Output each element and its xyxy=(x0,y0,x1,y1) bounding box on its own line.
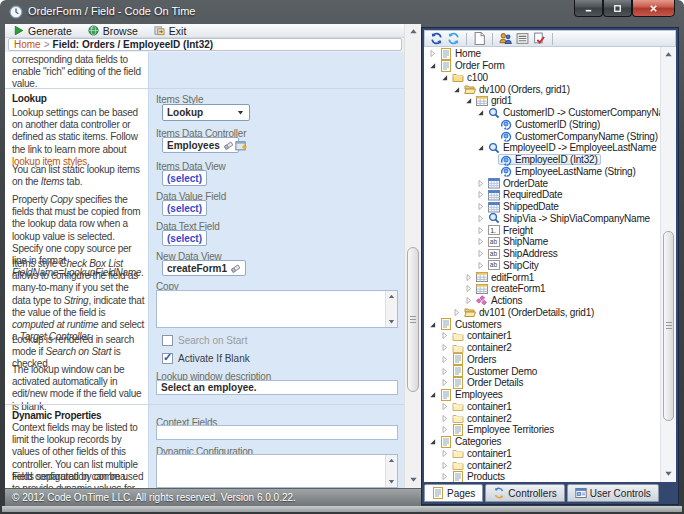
expand-arrow-icon[interactable] xyxy=(440,414,449,423)
log-icon[interactable] xyxy=(516,32,529,45)
data-value-field-select[interactable]: (select) xyxy=(162,200,207,216)
sync-icon[interactable] xyxy=(430,32,443,45)
scroll-down-icon[interactable] xyxy=(387,477,396,486)
dropdown-arrow-icon[interactable] xyxy=(236,108,245,117)
expand-arrow-icon[interactable] xyxy=(440,331,449,340)
tree-node-c100[interactable]: c100 xyxy=(424,72,660,84)
context-fields-input[interactable] xyxy=(156,425,398,440)
tree-node-actions[interactable]: Actions xyxy=(424,295,660,307)
scroll-up-icon[interactable] xyxy=(387,292,396,301)
tree-node-order-details[interactable]: Order Details xyxy=(424,377,660,389)
tab-controllers[interactable]: Controllers xyxy=(485,484,564,502)
tree-node-requireddate[interactable]: RequiredDate xyxy=(424,189,660,201)
browse-button[interactable]: Browse xyxy=(88,25,138,37)
expand-arrow-icon[interactable] xyxy=(476,237,485,246)
collapse-arrow-icon[interactable] xyxy=(476,108,485,117)
tree-node-shipcity[interactable]: abShipCity xyxy=(424,260,660,272)
collapse-arrow-icon[interactable] xyxy=(428,437,437,446)
tree-node-home[interactable]: Home xyxy=(424,48,660,60)
tree-node-customers[interactable]: Customers xyxy=(424,318,660,330)
breadcrumb-home-link[interactable]: Home xyxy=(14,39,41,50)
expand-arrow-icon[interactable] xyxy=(476,249,485,258)
expand-arrow-icon[interactable] xyxy=(440,461,449,470)
generate-button[interactable]: Generate xyxy=(13,25,72,37)
collapse-arrow-icon[interactable] xyxy=(476,143,485,152)
collapse-arrow-icon[interactable] xyxy=(428,320,437,329)
tree-node-categories[interactable]: Categories xyxy=(424,436,660,448)
collapse-arrow-icon[interactable] xyxy=(440,73,449,82)
tree-node-employeelastname-string[interactable]: EmployeeLastName (String) xyxy=(424,166,660,178)
tree-node-customerid-customercompanyname[interactable]: CustomerID -> CustomerCompanyName xyxy=(424,107,660,119)
tree-scrollbar[interactable] xyxy=(660,47,676,482)
tab-user-controls[interactable]: User Controls xyxy=(567,484,659,502)
expand-arrow-icon[interactable] xyxy=(476,190,485,199)
expand-arrow-icon[interactable] xyxy=(464,284,473,293)
expand-arrow-icon[interactable] xyxy=(464,273,473,282)
tree-node-container1[interactable]: container1 xyxy=(424,401,660,413)
tree-node-editform1[interactable]: editForm1 xyxy=(424,271,660,283)
tree-node-products[interactable]: Products xyxy=(424,471,660,482)
checkbox-icon[interactable] xyxy=(162,353,173,364)
exit-button[interactable]: Exit xyxy=(154,25,187,37)
expand-arrow-icon[interactable] xyxy=(476,202,485,211)
tab-pages[interactable]: Pages xyxy=(424,484,483,502)
tree-node-customercompanyname-string[interactable]: CustomerCompanyName (String) xyxy=(424,130,660,142)
textarea-scrollbar[interactable] xyxy=(385,291,397,327)
scroll-up-icon[interactable] xyxy=(663,49,674,60)
tree-node-shippeddate[interactable]: ShippedDate xyxy=(424,201,660,213)
tree-node-employee-territories[interactable]: Employee Territories xyxy=(424,424,660,436)
tree-node-orders[interactable]: Orders xyxy=(424,354,660,366)
tree-node-orderdate[interactable]: OrderDate xyxy=(424,177,660,189)
scrollbar-thumb[interactable] xyxy=(407,247,419,392)
checkbox-icon[interactable] xyxy=(162,335,173,346)
expand-arrow-icon[interactable] xyxy=(440,402,449,411)
scrollbar-thumb[interactable] xyxy=(663,231,674,421)
expand-arrow-icon[interactable] xyxy=(440,355,449,364)
copy-textarea[interactable] xyxy=(156,290,398,328)
tree-node-employees[interactable]: Employees xyxy=(424,389,660,401)
tree-node-container2[interactable]: container2 xyxy=(424,459,660,471)
title-bar[interactable]: OrderForm / Field - Code On Time xyxy=(0,0,684,24)
textarea-scrollbar[interactable] xyxy=(385,455,397,487)
membership-icon[interactable] xyxy=(499,32,512,45)
tree-node-shipname[interactable]: abShipName xyxy=(424,236,660,248)
expand-arrow-icon[interactable] xyxy=(440,343,449,352)
collapse-arrow-icon[interactable] xyxy=(452,85,461,94)
validate-icon[interactable] xyxy=(533,32,546,45)
expand-arrow-icon[interactable] xyxy=(476,261,485,270)
expand-arrow-icon[interactable] xyxy=(476,179,485,188)
tree-node-container2[interactable]: container2 xyxy=(424,412,660,424)
collapse-arrow-icon[interactable] xyxy=(464,96,473,105)
scroll-up-icon[interactable] xyxy=(408,26,419,37)
tree-node-dv100-orders-grid1[interactable]: dv100 (Orders, grid1) xyxy=(424,83,660,95)
tree-node-shipaddress[interactable]: abShipAddress xyxy=(424,248,660,260)
tree-node-container1[interactable]: container1 xyxy=(424,448,660,460)
collapse-arrow-icon[interactable] xyxy=(428,390,437,399)
tree-node-container1[interactable]: container1 xyxy=(424,330,660,342)
scroll-down-icon[interactable] xyxy=(663,468,674,479)
expand-arrow-icon[interactable] xyxy=(440,425,449,434)
tree-node-customer-demo[interactable]: Customer Demo xyxy=(424,365,660,377)
maximize-button[interactable] xyxy=(603,0,632,17)
expand-arrow-icon[interactable] xyxy=(464,296,473,305)
refresh-icon[interactable] xyxy=(447,32,460,45)
expand-arrow-icon[interactable] xyxy=(440,367,449,376)
expand-arrow-icon[interactable] xyxy=(476,226,485,235)
vertical-scrollbar[interactable] xyxy=(404,24,421,488)
tree-node-employeeid-employeelastname[interactable]: EmployeeID -> EmployeeLastName xyxy=(424,142,660,154)
tree-node-dv101-orderdetails-grid1[interactable]: dv101 (OrderDetails, grid1) xyxy=(424,307,660,319)
expand-arrow-icon[interactable] xyxy=(428,49,437,58)
expand-arrow-icon[interactable] xyxy=(440,472,449,481)
lookup-window-description-input[interactable]: Select an employee. xyxy=(156,380,398,395)
tree-node-freight[interactable]: 1.Freight xyxy=(424,224,660,236)
tree-node-customerid-string[interactable]: CustomerID (String) xyxy=(424,119,660,131)
tree-node-employeeid-int32[interactable]: EmployeeID (Int32) xyxy=(424,154,660,166)
items-data-controller-field[interactable]: Employees xyxy=(162,137,239,153)
tree-node-grid1[interactable]: grid1 xyxy=(424,95,660,107)
items-data-view-select[interactable]: (select) xyxy=(162,170,207,186)
activate-if-blank-checkbox[interactable]: Activate If Blank xyxy=(162,353,250,364)
minimize-button[interactable] xyxy=(574,0,603,17)
tree-node-order-form[interactable]: Order Form xyxy=(424,60,660,72)
tree-node-createform1[interactable]: createForm1 xyxy=(424,283,660,295)
expand-arrow-icon[interactable] xyxy=(440,449,449,458)
